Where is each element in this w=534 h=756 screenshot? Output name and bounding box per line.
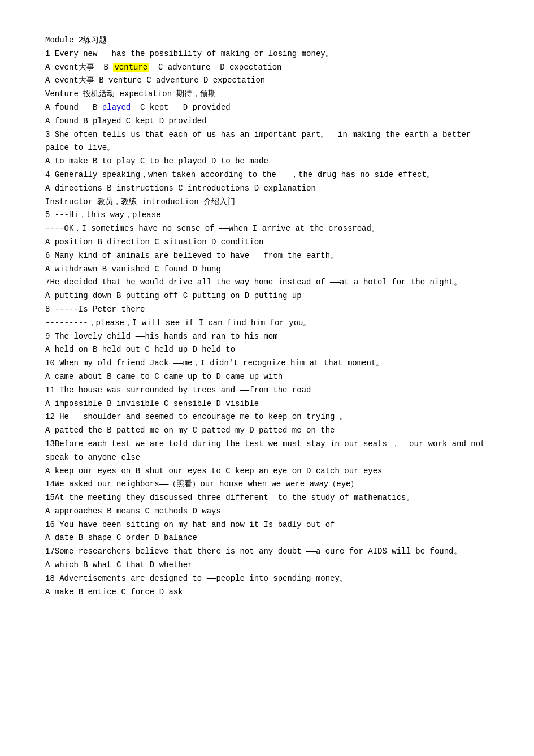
q4-ans-line: 4 Generally speaking，when taken accordin… xyxy=(45,169,489,182)
q8b-line: 8 -----Is Peter there xyxy=(45,303,489,317)
q4-note-line: A directions B instructions C introducti… xyxy=(45,182,489,196)
q2-ans-line: A found B played C kept D provided xyxy=(45,101,489,115)
q8-line: A putting down B putting off C putting o… xyxy=(45,290,489,303)
q13-line: A patted the B patted me on my C patted … xyxy=(45,424,489,438)
q2-b-option: played xyxy=(102,103,131,112)
q1-ans-line: A event大事 B venture C adventure D expect… xyxy=(45,61,489,75)
q6-ans-line: 6 Many kind of animals are believed to h… xyxy=(45,249,489,263)
q17-ans-line: 17Some researchers believe that there is… xyxy=(45,545,489,559)
q1-line: 1 Every new ——has the possibility of mak… xyxy=(45,47,489,61)
q7-ans-line: 7He decided that he would drive all the … xyxy=(45,276,489,290)
q3-ans-line: 3 She often tells us that each of us has… xyxy=(45,128,489,155)
q18-line: A which B what C that D whether xyxy=(45,559,489,572)
q19-line: A make B entice C force D ask xyxy=(45,586,489,599)
q9-ans-line: 9 The lovely child ——his hands and ran t… xyxy=(45,330,489,344)
q6-line: A position B direction C situation D con… xyxy=(45,236,489,249)
q11-line: A came about B came to C came up to D ca… xyxy=(45,370,489,384)
q12-line: A impossible B invisible C sensible D vi… xyxy=(45,398,489,411)
q10-line: A held on B held out C held up D held to xyxy=(45,343,489,357)
q17-line: A date B shape C order D balance xyxy=(45,532,489,545)
q5-line: Instructor 教员，教练 introduction 介绍入门 xyxy=(45,196,489,209)
q16-line: A approaches B means C methods D ways xyxy=(45,505,489,519)
q16-ans-line: 16 You have been sitting on my hat and n… xyxy=(45,519,489,532)
q10-ans-line: 10 When my old friend Jack ——me，I didn't… xyxy=(45,357,489,370)
q15-ans-line: 15At the meeting they discussed three di… xyxy=(45,491,489,505)
q12-ans-line: 12 He ——shoulder and seemed to encourage… xyxy=(45,411,489,424)
title-line: Module 2练习题 xyxy=(45,34,489,47)
q15-line: 14We asked our neighbors——（照看）our house … xyxy=(45,478,489,491)
q9-line: ---------，please，I will see if I can fin… xyxy=(45,317,489,330)
q4-line: A to make B to play C to be played D to … xyxy=(45,155,489,169)
q2-line: Venture 投机活动 expectation 期待，预期 xyxy=(45,88,489,101)
q1-note-line: A event大事 B venture C adventure D expect… xyxy=(45,74,489,88)
q7-line: A withdrawn B vanished C found D hung xyxy=(45,263,489,277)
q14-line: A keep our eyes on B shut our eyes to C … xyxy=(45,465,489,478)
q5-ans-line: ----OK，I sometimes have no sense of ——wh… xyxy=(45,222,489,236)
q3-line: A found B played C kept D provided xyxy=(45,115,489,128)
page-content: { "title": "Module 2练习题", "lines": [ {"i… xyxy=(45,34,489,599)
q5b-line: 5 ---Hi，this way，please xyxy=(45,209,489,222)
q18-ans-line: 18 Advertisements are designed to ——peop… xyxy=(45,572,489,586)
highlight-venture: venture xyxy=(113,63,149,72)
q13-ans-line: 13Before each test we are told during th… xyxy=(45,438,489,465)
q11-ans-line: 11 The house was surrounded by trees and… xyxy=(45,384,489,398)
